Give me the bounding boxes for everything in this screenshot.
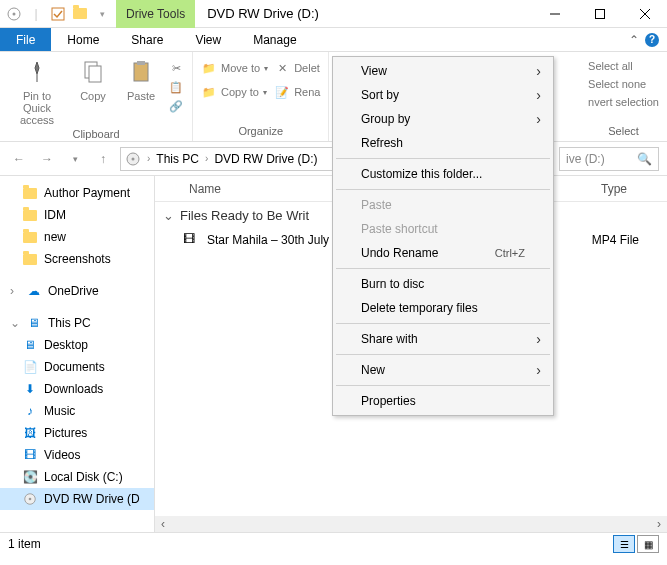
delete-button[interactable]: ✕Delet (274, 60, 320, 76)
copy-to-label: Copy to (221, 86, 259, 98)
invert-selection-button[interactable]: nvert selection (588, 96, 659, 108)
ribbon-group-select: Select all Select none nvert selection S… (580, 52, 667, 141)
folder-icon (22, 251, 38, 267)
breadcrumb-this-pc[interactable]: This PC (156, 152, 199, 166)
scroll-right-icon[interactable]: › (651, 517, 667, 531)
select-none-label: Select none (588, 78, 646, 90)
tab-file[interactable]: File (0, 28, 51, 51)
pictures-icon: 🖼 (22, 425, 38, 441)
collapse-ribbon-icon[interactable]: ⌃ (629, 33, 639, 47)
expand-icon[interactable]: › (10, 284, 20, 298)
nav-label: Local Disk (C:) (44, 470, 123, 484)
horizontal-scrollbar[interactable]: ‹ › (155, 516, 667, 532)
tab-manage[interactable]: Manage (237, 28, 312, 51)
close-button[interactable] (622, 0, 667, 28)
select-none-button[interactable]: Select none (588, 78, 659, 90)
paste-shortcut-button[interactable]: 🔗 (168, 98, 184, 114)
thumbnails-view-button[interactable]: ▦ (637, 535, 659, 553)
recent-locations-button[interactable]: ▾ (64, 148, 86, 170)
nav-folder-screenshots[interactable]: Screenshots (0, 248, 154, 270)
maximize-button[interactable] (577, 0, 622, 28)
nav-label: DVD RW Drive (D (44, 492, 140, 506)
nav-label: Author Payment (44, 186, 130, 200)
up-button[interactable]: ↑ (92, 148, 114, 170)
group-header-label: Files Ready to Be Writ (180, 208, 309, 223)
ctx-label: Refresh (361, 136, 403, 150)
ctx-separator (336, 323, 550, 324)
ctx-undo-rename[interactable]: Undo RenameCtrl+Z (335, 241, 551, 265)
paste-button[interactable]: Paste (120, 56, 162, 102)
qat-dropdown-icon[interactable]: ▾ (94, 6, 110, 22)
contextual-tab-label: Drive Tools (116, 0, 195, 28)
nav-onedrive[interactable]: ›☁OneDrive (0, 280, 154, 302)
ctx-paste: Paste (335, 193, 551, 217)
nav-folder-idm[interactable]: IDM (0, 204, 154, 226)
ribbon-right: ⌃ ? (621, 28, 667, 51)
tab-home[interactable]: Home (51, 28, 115, 51)
nav-label: IDM (44, 208, 66, 222)
nav-documents[interactable]: 📄Documents (0, 356, 154, 378)
tab-view[interactable]: View (179, 28, 237, 51)
ctx-burn-to-disc[interactable]: Burn to disc (335, 272, 551, 296)
nav-label: Documents (44, 360, 105, 374)
pin-to-quick-access-button[interactable]: Pin to Quick access (8, 56, 66, 126)
ctx-group-by[interactable]: Group by (335, 107, 551, 131)
ctx-customize-folder[interactable]: Customize this folder... (335, 162, 551, 186)
move-to-button[interactable]: 📁Move to▾ (201, 60, 268, 76)
collapse-icon[interactable]: ⌄ (10, 316, 20, 330)
select-all-button[interactable]: Select all (588, 60, 659, 72)
properties-icon[interactable] (50, 6, 66, 22)
nav-desktop[interactable]: 🖥Desktop (0, 334, 154, 356)
nav-pictures[interactable]: 🖼Pictures (0, 422, 154, 444)
ctx-delete-temporary[interactable]: Delete temporary files (335, 296, 551, 320)
details-view-button[interactable]: ☰ (613, 535, 635, 553)
nav-label: Downloads (44, 382, 103, 396)
documents-icon: 📄 (22, 359, 38, 375)
nav-folder-author-payment[interactable]: Author Payment (0, 182, 154, 204)
paste-shortcut-icon: 🔗 (168, 98, 184, 114)
scroll-left-icon[interactable]: ‹ (155, 517, 171, 531)
nav-this-pc[interactable]: ⌄🖥This PC (0, 312, 154, 334)
chevron-icon[interactable]: › (143, 153, 154, 164)
svg-point-1 (13, 12, 16, 15)
back-button[interactable]: ← (8, 148, 30, 170)
ribbon-group-organize: 📁Move to▾ 📁Copy to▾ ✕Delet 📝Rena Organiz… (193, 52, 329, 141)
ctx-refresh[interactable]: Refresh (335, 131, 551, 155)
ctx-shortcut: Ctrl+Z (495, 247, 525, 259)
nav-dvd-drive[interactable]: DVD RW Drive (D (0, 488, 154, 510)
nav-local-disk[interactable]: 💽Local Disk (C:) (0, 466, 154, 488)
chevron-icon[interactable]: › (201, 153, 212, 164)
cut-button[interactable]: ✂ (168, 60, 184, 76)
item-count: 1 item (8, 537, 41, 551)
ctx-separator (336, 189, 550, 190)
nav-folder-new[interactable]: new (0, 226, 154, 248)
ctx-properties[interactable]: Properties (335, 389, 551, 413)
nav-videos[interactable]: 🎞Videos (0, 444, 154, 466)
copy-button[interactable]: Copy (72, 56, 114, 102)
nav-label: Screenshots (44, 252, 111, 266)
ctx-new[interactable]: New (335, 358, 551, 382)
column-type[interactable]: Type (591, 182, 667, 196)
ctx-share-with[interactable]: Share with (335, 327, 551, 351)
nav-music[interactable]: ♪Music (0, 400, 154, 422)
ctx-label: Sort by (361, 88, 399, 102)
breadcrumb-drive[interactable]: DVD RW Drive (D:) (214, 152, 317, 166)
copy-to-button[interactable]: 📁Copy to▾ (201, 84, 268, 100)
help-icon[interactable]: ? (645, 33, 659, 47)
rename-button[interactable]: 📝Rena (274, 84, 320, 100)
search-box[interactable]: ive (D:) 🔍 (559, 147, 659, 171)
nav-label: OneDrive (48, 284, 99, 298)
collapse-group-icon[interactable]: ⌄ (163, 208, 174, 223)
ctx-view[interactable]: View (335, 59, 551, 83)
nav-downloads[interactable]: ⬇Downloads (0, 378, 154, 400)
copy-path-button[interactable]: 📋 (168, 79, 184, 95)
invert-label: nvert selection (588, 96, 659, 108)
minimize-button[interactable] (532, 0, 577, 28)
tab-share[interactable]: Share (115, 28, 179, 51)
ctx-sort-by[interactable]: Sort by (335, 83, 551, 107)
new-folder-icon[interactable] (72, 6, 88, 22)
window-controls (532, 0, 667, 28)
status-bar: 1 item ☰ ▦ (0, 532, 667, 555)
search-icon: 🔍 (637, 152, 652, 166)
forward-button[interactable]: → (36, 148, 58, 170)
